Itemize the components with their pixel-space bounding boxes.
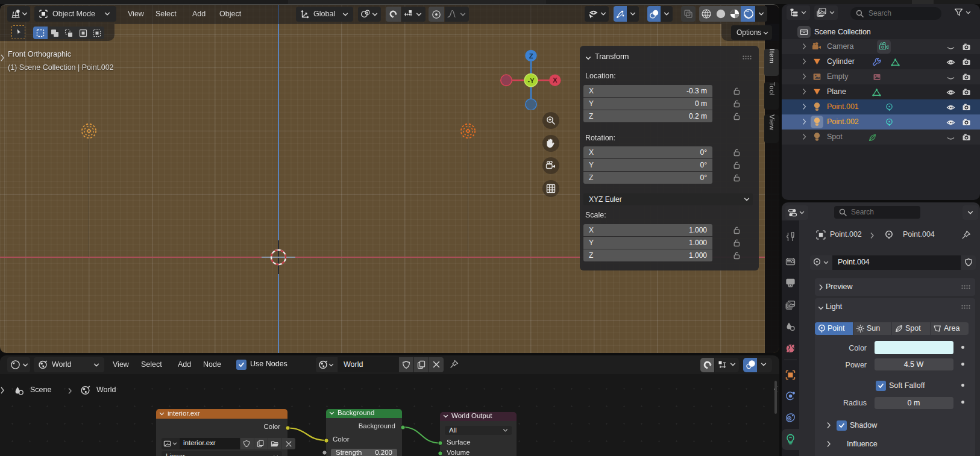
svg-text:X: X bbox=[553, 77, 558, 84]
svg-text:Z: Z bbox=[529, 52, 533, 60]
svg-text:-Y: -Y bbox=[528, 77, 535, 84]
